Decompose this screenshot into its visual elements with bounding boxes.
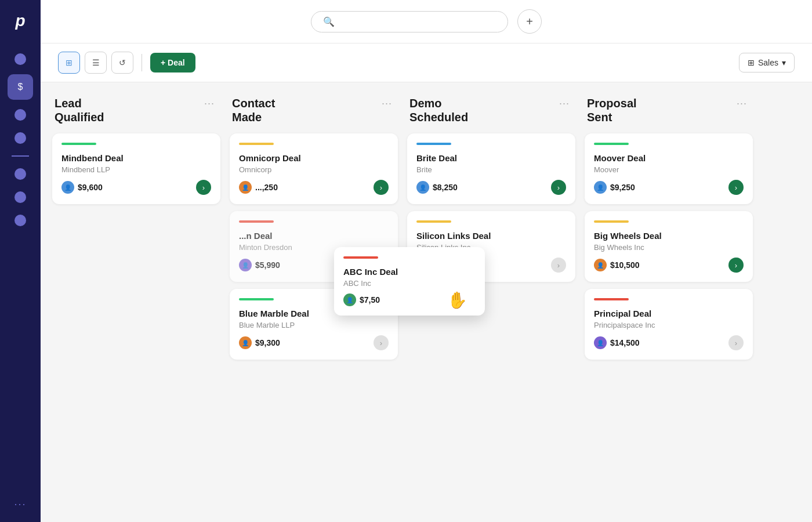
sidebar-deals-icon[interactable]: $ <box>8 74 33 100</box>
card-amount-brite: 👤 $8,250 <box>416 181 458 194</box>
card-arrow-blue-marble[interactable]: › <box>374 335 389 350</box>
add-deal-button[interactable]: + Deal <box>150 53 195 72</box>
dragging-card[interactable]: ABC Inc Deal ABC Inc 👤 $7,50 ✋ <box>334 247 485 316</box>
card-bar-mindbend <box>61 143 96 145</box>
card-arrow-moover[interactable]: › <box>728 180 744 195</box>
add-button[interactable]: + <box>517 9 542 34</box>
card-arrow-mindbend[interactable]: › <box>196 180 211 195</box>
toolbar-divider <box>142 54 142 71</box>
card-bar-blue-marble <box>239 298 274 300</box>
card-bar-principal <box>594 298 629 300</box>
card-arrow-brite[interactable]: › <box>551 180 566 195</box>
kanban-icon: ⊞ <box>66 58 72 67</box>
card-omnicorp[interactable]: Omnicorp Deal Omnicorp 👤 ...,250 › <box>230 133 398 204</box>
activity-icon: ↺ <box>119 58 126 67</box>
card-arrow-big-wheels[interactable]: › <box>728 258 744 273</box>
sidebar-dot-3[interactable] <box>14 132 26 144</box>
column-title-demo-scheduled: DemoScheduled <box>409 96 468 124</box>
card-title-mindbend: Mindbend Deal <box>61 153 211 163</box>
toolbar: ⊞ ☰ ↺ + Deal ⊞ Sales ▾ <box>41 44 812 82</box>
column-title-lead-qualified: LeadQualified <box>55 96 104 124</box>
card-amount-principal: 👤 $14,500 <box>594 336 640 349</box>
search-bar[interactable]: 🔍 <box>311 11 508 32</box>
sidebar-dot-5[interactable] <box>14 191 26 203</box>
app-logo: p <box>15 12 25 30</box>
card-bar-moover <box>594 143 629 145</box>
card-title-moover: Moover Deal <box>594 153 744 163</box>
avatar-omnicorp: 👤 <box>239 181 252 194</box>
column-header-proposal-sent: ProposalSent ··· <box>585 96 753 124</box>
card-footer-big-wheels: 👤 $10,500 › <box>594 258 744 273</box>
sidebar-divider <box>12 155 29 157</box>
card-amount-dragging: 👤 $7,50 <box>343 293 380 306</box>
column-header-lead-qualified: LeadQualified ··· <box>52 96 220 124</box>
card-mindbend[interactable]: Mindbend Deal Mindbend LLP 👤 $9,600 › <box>52 133 220 204</box>
column-title-contact-made: ContactMade <box>232 96 275 124</box>
card-moover[interactable]: Moover Deal Moover 👤 $9,250 › <box>585 133 753 204</box>
column-menu-contact-made[interactable]: ··· <box>378 96 396 111</box>
card-arrow-omnicorp[interactable]: › <box>374 180 389 195</box>
column-title-proposal-sent: ProposalSent <box>587 96 637 124</box>
column-contact-made: ContactMade ··· Omnicorp Deal Omnicorp 👤… <box>230 96 398 508</box>
sidebar-dot-1[interactable] <box>14 53 26 65</box>
card-title-omnicorp: Omnicorp Deal <box>239 153 389 163</box>
card-amount-blue-marble: 👤 $9,300 <box>239 336 280 349</box>
sidebar-dot-2[interactable] <box>14 109 26 121</box>
activity-view-button[interactable]: ↺ <box>111 52 133 74</box>
avatar-big-wheels: 👤 <box>594 259 607 271</box>
card-company-moover: Moover <box>594 165 744 174</box>
card-company-brite: Brite <box>416 165 566 174</box>
column-header-demo-scheduled: DemoScheduled ··· <box>407 96 575 124</box>
avatar-principal: 👤 <box>594 336 607 349</box>
card-brite[interactable]: Brite Deal Brite 👤 $8,250 › <box>407 133 575 204</box>
avatar-brite: 👤 <box>416 181 429 194</box>
card-amount-omnicorp: 👤 ...,250 <box>239 181 278 194</box>
column-lead-qualified: LeadQualified ··· Mindbend Deal Mindbend… <box>52 96 220 508</box>
avatar-minton: 👤 <box>239 259 252 271</box>
column-menu-lead-qualified[interactable]: ··· <box>201 96 218 111</box>
card-amount-big-wheels: 👤 $10,500 <box>594 259 640 271</box>
card-amount-mindbend: 👤 $9,600 <box>61 181 103 194</box>
card-title-big-wheels: Big Wheels Deal <box>594 231 744 241</box>
list-icon: ☰ <box>92 58 100 67</box>
card-footer-mindbend: 👤 $9,600 › <box>61 180 211 195</box>
column-menu-proposal-sent[interactable]: ··· <box>733 96 751 111</box>
card-arrow-principal[interactable]: › <box>728 335 744 350</box>
list-view-button[interactable]: ☰ <box>85 52 107 74</box>
card-company-big-wheels: Big Wheels Inc <box>594 243 744 252</box>
card-principal[interactable]: Principal Deal Principalspace Inc 👤 $14,… <box>585 289 753 360</box>
chevron-down-icon: ▾ <box>782 58 786 67</box>
topbar: 🔍 + <box>41 0 812 44</box>
card-bar-minton <box>239 220 274 223</box>
card-title-silicon-links: Silicon Links Deal <box>416 231 566 241</box>
card-title-brite: Brite Deal <box>416 153 566 163</box>
card-footer-blue-marble: 👤 $9,300 › <box>239 335 389 350</box>
sidebar-dot-6[interactable] <box>14 215 26 226</box>
card-amount-moover: 👤 $9,250 <box>594 181 635 194</box>
avatar-moover: 👤 <box>594 181 607 194</box>
card-bar-big-wheels <box>594 220 629 223</box>
search-icon: 🔍 <box>323 16 335 27</box>
card-bar-omnicorp <box>239 143 274 145</box>
column-menu-demo-scheduled[interactable]: ··· <box>556 96 573 111</box>
filter-icon: ⊞ <box>748 58 755 67</box>
card-footer-brite: 👤 $8,250 › <box>416 180 566 195</box>
card-title-minton: ...n Deal <box>239 231 389 241</box>
drag-cursor: ✋ <box>447 291 467 310</box>
sidebar-dot-4[interactable] <box>14 168 26 180</box>
card-big-wheels[interactable]: Big Wheels Deal Big Wheels Inc 👤 $10,500… <box>585 211 753 282</box>
card-bar-brite <box>416 143 451 145</box>
card-bar-dragging <box>343 256 378 259</box>
card-footer-moover: 👤 $9,250 › <box>594 180 744 195</box>
sidebar-more[interactable]: ··· <box>14 498 26 510</box>
sidebar: p $ ··· <box>0 0 41 522</box>
column-proposal-sent: ProposalSent ··· Moover Deal Moover 👤 $9… <box>585 96 753 508</box>
avatar-dragging: 👤 <box>343 293 356 306</box>
sales-filter-button[interactable]: ⊞ Sales ▾ <box>739 53 795 72</box>
card-title-principal: Principal Deal <box>594 309 744 318</box>
card-arrow-silicon-links[interactable]: › <box>551 258 566 273</box>
card-footer-omnicorp: 👤 ...,250 › <box>239 180 389 195</box>
kanban-view-button[interactable]: ⊞ <box>58 52 80 74</box>
card-company-dragging: ABC Inc <box>343 279 476 288</box>
card-company-principal: Principalspace Inc <box>594 321 744 329</box>
